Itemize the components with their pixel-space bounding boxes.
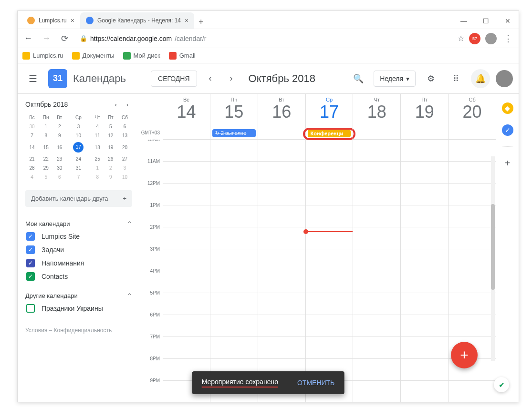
calendar-item[interactable]: ✓Напоминания [26, 259, 132, 267]
mini-day-cell[interactable]: 4 [91, 122, 104, 131]
calendar-item[interactable]: ✓Задачи [26, 245, 132, 254]
mini-day-cell[interactable]: 14 [25, 140, 39, 154]
url-bar[interactable]: 🔒 https://calendar.google.com/calendar/r [76, 31, 453, 46]
mini-day-cell[interactable]: 19 [104, 140, 117, 154]
tasks-icon[interactable]: ✓ [502, 124, 513, 136]
mini-day-cell[interactable]: 13 [117, 131, 132, 140]
mini-day-cell[interactable]: 8 [39, 131, 53, 140]
allday-event[interactable]: ↻ 2 выполне [212, 129, 256, 137]
mini-day-cell[interactable]: 3 [66, 122, 91, 131]
today-button[interactable]: СЕГОДНЯ [151, 71, 197, 87]
mini-day-cell[interactable]: 17 [66, 140, 91, 154]
search-icon[interactable]: 🔍 [349, 69, 368, 88]
mini-prev-button[interactable]: ‹ [111, 100, 121, 109]
browser-tab[interactable]: Google Календарь - Неделя: 14× [80, 12, 194, 29]
mini-next-button[interactable]: › [123, 100, 132, 109]
mini-day-cell[interactable]: 29 [39, 163, 53, 173]
back-button[interactable]: ← [21, 32, 35, 45]
close-window-button[interactable]: ✕ [497, 13, 519, 29]
mini-day-cell[interactable]: 7 [25, 131, 39, 140]
day-column-header[interactable]: Сб20 [448, 94, 496, 139]
bookmark-item[interactable]: Lumpics.ru [22, 52, 63, 60]
calendar-item[interactable]: ✓Contacts [26, 272, 132, 281]
mini-day-cell[interactable]: 12 [104, 131, 117, 140]
mini-day-cell[interactable]: 6 [53, 173, 66, 182]
day-column-header[interactable]: Вт16 [258, 94, 305, 139]
shield-extension-icon[interactable]: ✔ [494, 377, 509, 392]
mini-day-cell[interactable]: 10 [117, 173, 132, 182]
hamburger-icon[interactable]: ☰ [23, 69, 42, 88]
toast-undo-button[interactable]: ОТМЕНИТЬ [297, 379, 334, 387]
mini-day-cell[interactable]: 6 [117, 122, 132, 131]
mini-day-cell[interactable]: 20 [117, 140, 132, 154]
calendar-checkbox[interactable] [26, 304, 35, 313]
mini-day-cell[interactable]: 30 [25, 122, 39, 131]
bookmark-item[interactable]: Gmail [169, 52, 196, 60]
browser-menu-icon[interactable]: ⋮ [501, 32, 515, 45]
day-column-header[interactable]: Вс14 [163, 94, 210, 139]
mini-day-cell[interactable]: 21 [25, 154, 39, 163]
minimize-button[interactable]: — [453, 13, 475, 29]
mini-day-cell[interactable]: 2 [53, 122, 66, 131]
mini-day-cell[interactable]: 26 [104, 154, 117, 163]
mini-day-cell[interactable]: 31 [66, 163, 91, 173]
keep-icon[interactable]: ◆ [502, 102, 513, 114]
browser-tab[interactable]: Lumpics.ru× [21, 12, 80, 29]
bookmark-star-icon[interactable]: ☆ [458, 34, 464, 43]
mini-day-cell[interactable]: 5 [104, 122, 117, 131]
addons-plus-icon[interactable]: + [502, 157, 513, 169]
mini-day-cell[interactable]: 25 [91, 154, 104, 163]
profile-avatar[interactable] [485, 33, 497, 44]
mini-day-cell[interactable]: 15 [39, 140, 53, 154]
new-tab-button[interactable]: + [194, 15, 208, 29]
calendar-checkbox[interactable]: ✓ [26, 272, 35, 281]
mini-day-cell[interactable]: 2 [104, 163, 117, 173]
hour-column[interactable] [163, 140, 210, 402]
mini-day-cell[interactable]: 7 [66, 173, 91, 182]
bookmark-item[interactable]: Документы [72, 52, 115, 60]
mini-day-cell[interactable]: 9 [53, 131, 66, 140]
forward-button[interactable]: → [40, 32, 53, 45]
settings-icon[interactable]: ⚙ [421, 69, 440, 88]
my-calendars-header[interactable]: Мои календари ⌃ [25, 215, 132, 232]
add-calendar-input[interactable]: Добавить календарь друга + [25, 190, 132, 207]
mini-day-cell[interactable]: 30 [53, 163, 66, 173]
day-column-header[interactable]: Чт18 [353, 94, 400, 139]
maximize-button[interactable]: ☐ [475, 13, 497, 29]
hour-column[interactable] [305, 140, 353, 402]
mini-day-cell[interactable]: 27 [117, 154, 132, 163]
user-avatar[interactable] [496, 70, 513, 87]
close-tab-icon[interactable]: × [71, 17, 74, 24]
calendar-checkbox[interactable]: ✓ [26, 259, 35, 267]
scrollbar[interactable] [491, 156, 495, 361]
next-period-button[interactable]: › [224, 71, 239, 86]
hour-column[interactable] [353, 140, 400, 402]
hour-column[interactable] [258, 140, 305, 402]
mini-day-cell[interactable]: 10 [66, 131, 91, 140]
notifications-icon[interactable]: 🔔 [471, 69, 490, 88]
mini-day-cell[interactable]: 23 [53, 154, 66, 163]
mini-day-cell[interactable]: 4 [25, 173, 39, 182]
apps-grid-icon[interactable]: ⠿ [446, 69, 465, 88]
hour-column[interactable] [400, 140, 448, 402]
hour-column[interactable] [210, 140, 258, 402]
close-tab-icon[interactable]: × [185, 17, 188, 24]
mini-day-cell[interactable]: 9 [104, 173, 117, 182]
mini-day-cell[interactable]: 8 [91, 173, 104, 182]
mini-day-cell[interactable]: 16 [53, 140, 66, 154]
mini-day-cell[interactable]: 11 [91, 131, 104, 140]
prev-period-button[interactable]: ‹ [203, 71, 218, 86]
calendar-checkbox[interactable]: ✓ [26, 232, 35, 241]
mini-day-cell[interactable]: 28 [25, 163, 39, 173]
calendar-item[interactable]: Праздники Украины [26, 304, 132, 313]
day-column-header[interactable]: Ср17Конференци [305, 94, 353, 139]
calendar-item[interactable]: ✓Lumpics Site [26, 232, 132, 241]
mini-day-cell[interactable]: 24 [66, 154, 91, 163]
day-column-header[interactable]: Пт19 [400, 94, 448, 139]
day-column-header[interactable]: Пн15↻ 2 выполне [210, 94, 258, 139]
mini-day-cell[interactable]: 5 [39, 173, 53, 182]
view-selector[interactable]: Неделя▾ [374, 71, 416, 87]
mini-day-cell[interactable]: 1 [39, 122, 53, 131]
gmail-extension-icon[interactable]: 57 [469, 33, 480, 44]
reload-button[interactable]: ⟳ [58, 32, 71, 45]
